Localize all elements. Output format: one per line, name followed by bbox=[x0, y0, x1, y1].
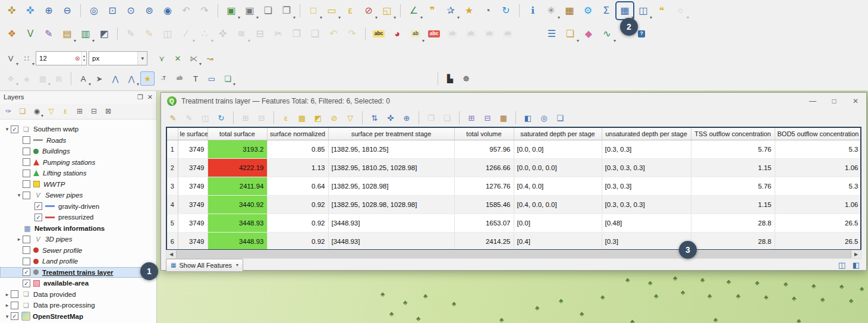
dropdown-caret-icon[interactable]: ▾ bbox=[193, 38, 195, 43]
dropdown-caret-icon[interactable]: ▾ bbox=[238, 15, 240, 20]
cell[interactable]: [0.4, 0.0] bbox=[514, 177, 602, 196]
select-by-location-icon[interactable]: ◱▾ bbox=[379, 2, 395, 19]
snapping-units-combo[interactable]: px▾ bbox=[89, 51, 147, 65]
cell[interactable]: 3440.92 bbox=[207, 196, 267, 214]
open-layer-styling-icon[interactable]: ✑ bbox=[2, 105, 14, 117]
zoom-to-resolution-icon[interactable]: ◉ bbox=[159, 2, 176, 19]
cell[interactable]: 1653.07 bbox=[454, 214, 514, 233]
vertex-marker-icon[interactable]: V▾ bbox=[4, 51, 18, 65]
save-edits-icon[interactable]: ◫ bbox=[159, 26, 176, 42]
text-along-line-icon[interactable]: .T bbox=[156, 71, 171, 86]
database-manager-icon[interactable]: ☰ bbox=[543, 26, 560, 42]
cell[interactable]: 3193.2 bbox=[207, 140, 267, 159]
expander-icon[interactable]: ▾ bbox=[4, 313, 11, 319]
cell[interactable]: 3749 bbox=[178, 233, 207, 251]
expander-icon[interactable]: ▾ bbox=[4, 126, 11, 132]
layer-item-network-informations[interactable]: ▦Network informations bbox=[0, 223, 156, 234]
annotation-bubble-icon[interactable]: ❝ bbox=[653, 2, 670, 19]
scroll-right-icon[interactable]: ▶ bbox=[851, 250, 861, 258]
column-header-bod5-outflow-concentration[interactable]: BOD5 outflow concentration bbox=[775, 128, 861, 140]
dropdown-caret-icon[interactable]: ▾ bbox=[16, 81, 18, 87]
undo-icon[interactable]: ↶ bbox=[325, 26, 342, 42]
horizontal-scrollbar[interactable]: ◀ ▶ bbox=[166, 250, 861, 259]
cell[interactable]: 0.92 bbox=[267, 196, 328, 214]
snapping-tolerance-input[interactable]: 12⊗▴▾ bbox=[36, 51, 87, 65]
cell[interactable]: 2414.25 bbox=[454, 233, 514, 251]
layer-item-lifting-stations[interactable]: Lifting stations bbox=[0, 168, 156, 179]
scrollbar-thumb[interactable] bbox=[176, 250, 851, 258]
close-button[interactable]: ✕ bbox=[845, 93, 866, 109]
expand-all-icon[interactable]: ⊞ bbox=[74, 105, 86, 117]
stepper-icon[interactable]: ▴▾ bbox=[81, 52, 86, 65]
column-header-total-volume[interactable]: total volume bbox=[454, 128, 514, 140]
annotation-group-icon[interactable]: ◈ bbox=[20, 71, 34, 86]
cell[interactable]: 3749 bbox=[178, 140, 207, 159]
multiedit-icon[interactable]: ✎ bbox=[182, 111, 196, 125]
vector-analysis-icon[interactable]: ∿▾ bbox=[599, 26, 615, 42]
paste-features-icon[interactable]: ❑ bbox=[440, 111, 454, 125]
new-virtual-layer-icon[interactable]: ▥▾ bbox=[77, 26, 94, 42]
layer-checkbox[interactable] bbox=[11, 302, 18, 309]
cell[interactable]: 3749 bbox=[178, 177, 207, 196]
new-3d-map-icon[interactable]: ▣▾ bbox=[241, 2, 258, 19]
column-header-le-surface[interactable]: le surface bbox=[178, 128, 207, 140]
layer-item-sewer-profile[interactable]: Sewer profile bbox=[0, 245, 156, 256]
expander-icon[interactable]: ▸ bbox=[15, 236, 23, 242]
dropdown-caret-icon[interactable]: ▾ bbox=[137, 81, 139, 87]
cell[interactable]: 5.3 bbox=[775, 140, 861, 159]
annotation-clear-icon[interactable]: ⊠ bbox=[52, 71, 66, 86]
digitize-line-icon[interactable]: ∕▾ bbox=[178, 26, 194, 42]
dropdown-caret-icon[interactable]: ▾ bbox=[558, 15, 560, 20]
select-by-expression-icon[interactable]: ε bbox=[342, 2, 358, 19]
layer-item-openstreetmap[interactable]: ▾✓OpenStreetMap bbox=[0, 311, 156, 322]
layer-item-data-provided[interactable]: ▸❏Data provided bbox=[0, 289, 156, 300]
cell[interactable]: [1382.95, 1810.25] bbox=[328, 140, 454, 159]
dropdown-caret-icon[interactable]: ▾ bbox=[457, 15, 460, 20]
layer-item-southern-wwtp[interactable]: ▾✓❏Southern wwtp bbox=[0, 124, 156, 135]
dropdown-caret-icon[interactable]: ▾ bbox=[293, 15, 295, 20]
temporal-controller-icon[interactable]: ◔ bbox=[479, 2, 496, 19]
manage-map-themes-icon[interactable]: ◉▾ bbox=[31, 105, 43, 117]
cell[interactable]: [0.0] bbox=[514, 214, 602, 233]
cell[interactable]: 3749 bbox=[178, 159, 207, 177]
geometry-checker-icon[interactable]: ◆ bbox=[580, 26, 597, 42]
change-label-icon[interactable]: ab bbox=[481, 26, 498, 42]
cell[interactable]: 3749 bbox=[178, 214, 207, 233]
dropdown-caret-icon[interactable]: ▾ bbox=[320, 15, 322, 20]
zoom-to-selection-icon[interactable]: ⊙ bbox=[122, 2, 139, 19]
query-builder-icon[interactable]: ❏▾ bbox=[562, 26, 578, 42]
snapping-mode-icon[interactable]: ∷▾ bbox=[20, 51, 34, 65]
balloon-text-icon[interactable]: ab bbox=[172, 71, 187, 86]
expander-icon[interactable]: ▸ bbox=[4, 302, 11, 308]
cell[interactable]: [0.48] bbox=[602, 214, 691, 233]
move-label-icon[interactable]: ab bbox=[444, 26, 461, 42]
row-number[interactable]: 5 bbox=[167, 214, 178, 233]
minimize-button[interactable]: — bbox=[802, 93, 823, 109]
annotation-select-icon[interactable]: ❖▾ bbox=[4, 71, 18, 86]
zoom-full-icon[interactable]: ⊡ bbox=[104, 2, 121, 19]
plot-dropdown-icon[interactable]: ◫▾ bbox=[635, 2, 652, 19]
cell[interactable]: [3448.93] bbox=[328, 233, 454, 251]
expander-icon[interactable]: ▾ bbox=[15, 192, 23, 198]
layer-item-buildings[interactable]: Buildings bbox=[0, 146, 156, 157]
toggle-editing-icon[interactable]: ✎ bbox=[122, 26, 139, 42]
column-header-surface-per-treatment-stage[interactable]: surface per treatment stage bbox=[328, 128, 454, 140]
run-feature-action-icon[interactable]: ✳▾ bbox=[543, 2, 559, 19]
row-number[interactable]: 2 bbox=[167, 159, 178, 177]
row-number[interactable]: 6 bbox=[167, 233, 178, 251]
layer-labeling-icon[interactable]: abc bbox=[370, 26, 387, 42]
layer-checkbox[interactable]: ✓ bbox=[34, 202, 42, 210]
float-panel-icon[interactable]: ❐ bbox=[137, 93, 143, 101]
delete-selected-icon[interactable]: ⊟ bbox=[251, 26, 268, 42]
copy-selection-icon[interactable]: ❐ bbox=[424, 111, 438, 125]
close-panel-icon[interactable]: ✕ bbox=[147, 93, 153, 101]
cell[interactable]: [0.3] bbox=[602, 233, 691, 251]
layer-item-3d-pipes[interactable]: ▸V3D pipes bbox=[0, 234, 156, 245]
polygon-annotation-icon[interactable]: ⋀▾ bbox=[124, 71, 139, 86]
layer-item-sewer-pipes[interactable]: ▾VSewer pipes bbox=[0, 190, 156, 201]
scroll-left-icon[interactable]: ◀ bbox=[166, 250, 176, 258]
cell[interactable]: 1.06 bbox=[775, 159, 861, 177]
cell[interactable]: 3448.93 bbox=[207, 233, 267, 251]
annotation-grid-icon[interactable]: ▦▾ bbox=[36, 71, 50, 86]
collapse-all-icon[interactable]: ⊟ bbox=[88, 105, 100, 117]
